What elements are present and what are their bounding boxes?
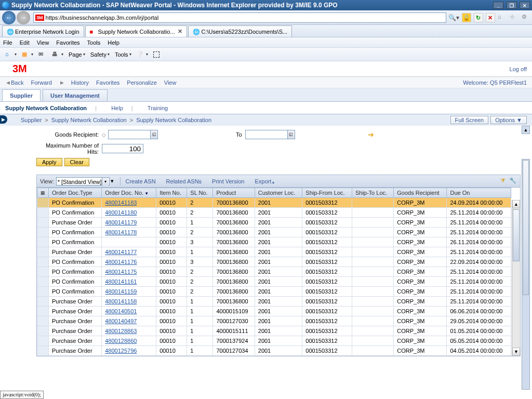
cell-order-doc-no[interactable]: 4800141161	[102, 277, 156, 287]
nav-favorites[interactable]: Favorites	[96, 79, 119, 86]
apply-button[interactable]: Apply	[36, 158, 62, 166]
cell-order-doc-no[interactable]: 4800128863	[102, 326, 156, 336]
clear-button[interactable]: Clear	[64, 158, 89, 166]
submenu-title[interactable]: Supply Network Collaboration	[5, 105, 87, 111]
cell-order-doc-no[interactable]: 4800141180	[102, 208, 156, 218]
table-row[interactable]: Purchase Order48001257960001017000127034…	[37, 346, 511, 356]
col-sl-no[interactable]: SL No.	[187, 188, 213, 198]
cell-order-doc-no[interactable]: 4800141158	[102, 297, 156, 307]
doc-link[interactable]: 4800141159	[105, 288, 137, 295]
cmd-print-icon[interactable]: 🖶	[50, 50, 65, 59]
doc-link[interactable]: 4800141175	[105, 269, 137, 275]
col-order-doc-type[interactable]: Order Doc.Type	[49, 188, 102, 198]
submenu-help[interactable]: Help	[111, 105, 123, 111]
menu-view[interactable]: View	[37, 39, 49, 46]
table-row[interactable]: PO Confirmation4800141159000102700013680…	[37, 287, 511, 297]
browser-tab-0[interactable]: 🌐Enterprise Network Login	[2, 25, 84, 37]
row-selector[interactable]	[37, 336, 49, 346]
nav-back-arrow-icon[interactable]: ◀	[6, 80, 10, 85]
row-selector[interactable]	[37, 307, 49, 316]
doc-link[interactable]: 4800141178	[105, 229, 137, 235]
table-row[interactable]: Purchase Order48001404970001017000127030…	[37, 316, 511, 326]
cmd-select-icon[interactable]	[151, 50, 163, 59]
table-row[interactable]: Purchase Order48001288600001017000137924…	[37, 336, 511, 346]
row-selector[interactable]	[37, 346, 49, 356]
col-customer-loc[interactable]: Customer Loc.	[255, 188, 302, 198]
cmd-feeds-icon[interactable]: ▦	[20, 50, 35, 59]
table-row[interactable]: PO Confirmation4800141176000103700013680…	[37, 257, 511, 267]
filter-icon[interactable]: ⧩	[498, 177, 507, 185]
nav-history[interactable]: History	[71, 79, 89, 86]
back-button[interactable]: ←	[2, 11, 16, 24]
table-row[interactable]: PO Confirmation4800141183000102700013680…	[37, 198, 511, 208]
table-row[interactable]: PO Confirmation4800141178000102700013680…	[37, 228, 511, 237]
print-version-button[interactable]: Print Version	[210, 177, 246, 185]
cell-order-doc-no[interactable]: 4800141177	[102, 247, 156, 257]
url-input[interactable]	[46, 14, 446, 22]
nav-personalize[interactable]: Personalize	[127, 79, 156, 86]
create-asn-button[interactable]: Create ASN	[120, 177, 158, 185]
doc-link[interactable]: 4800141179	[105, 219, 137, 225]
nav-forward[interactable]: Forward	[31, 79, 51, 86]
cell-order-doc-no[interactable]	[102, 237, 156, 247]
cmd-home-icon[interactable]: ⌂	[3, 50, 19, 59]
nav-fwd-arrow-icon[interactable]: ▶	[60, 80, 64, 85]
cell-order-doc-no[interactable]: 4800140497	[102, 316, 156, 326]
scroll-up-icon[interactable]: ▲	[522, 126, 530, 134]
col-item-no[interactable]: Item No.	[156, 188, 187, 198]
col-product[interactable]: Product	[213, 188, 255, 198]
menu-edit[interactable]: Edit	[20, 39, 30, 46]
doc-link[interactable]: 4800141161	[105, 278, 137, 285]
menu-help[interactable]: Help	[108, 39, 119, 46]
row-selector[interactable]	[37, 277, 49, 287]
row-selector[interactable]	[37, 326, 49, 336]
scrollbar-thumb[interactable]	[523, 160, 529, 295]
max-hits-input[interactable]	[102, 144, 143, 153]
menu-tools[interactable]: Tools	[87, 39, 101, 46]
row-selector[interactable]	[37, 228, 49, 237]
settings-gear-icon[interactable]: ⚙	[522, 14, 530, 22]
fullscreen-button[interactable]: Full Screen	[450, 116, 489, 124]
submenu-training[interactable]: Training	[148, 105, 168, 111]
row-selector[interactable]	[37, 218, 49, 228]
goods-recipient-to-input[interactable]: ◱	[245, 130, 295, 139]
doc-link[interactable]: 4800140501	[105, 308, 137, 314]
col-ship-to-loc[interactable]: Ship-To Loc.	[352, 188, 393, 198]
favorites-star-icon[interactable]: ☆	[510, 14, 518, 22]
table-row[interactable]: PO Confirmation0001037000136800200100015…	[37, 237, 511, 247]
browser-tab-1[interactable]: ■Supply Network Collaboratio...✕	[85, 25, 188, 37]
table-row[interactable]: Purchase Order48001411790001017000136800…	[37, 218, 511, 228]
breadcrumb-0[interactable]: Supplier	[21, 117, 42, 123]
home-icon[interactable]: ⌂	[498, 14, 506, 22]
cell-order-doc-no[interactable]: 4800141178	[102, 228, 156, 237]
multiple-selection-icon[interactable]: ➔	[368, 130, 374, 139]
table-row[interactable]: Purchase Order48001405010001014000015109…	[37, 307, 511, 316]
row-selector[interactable]	[37, 257, 49, 267]
table-row[interactable]: Purchase Order48001288630001014000015111…	[37, 326, 511, 336]
tab-supplier[interactable]: Supplier	[2, 89, 41, 101]
settings-icon[interactable]: 🔧	[509, 177, 517, 185]
options-button[interactable]: Options ▼	[490, 116, 527, 124]
table-row[interactable]: PO Confirmation4800141161000102700013680…	[37, 277, 511, 287]
nav-back[interactable]: Back	[11, 79, 23, 86]
doc-link[interactable]: 4800141183	[105, 200, 137, 206]
table-row[interactable]: Purchase Order48001411770001017000136800…	[37, 247, 511, 257]
view-selector[interactable]: * [Standard View]	[56, 177, 110, 185]
col-goods-recipient[interactable]: Goods Recipient	[394, 188, 447, 198]
search-icon[interactable]: 🔍▾	[448, 14, 459, 21]
doc-link[interactable]: 4800128860	[105, 338, 137, 344]
row-selector[interactable]	[37, 198, 49, 208]
col-due-on[interactable]: Due On	[447, 188, 511, 198]
expand-panel-icon[interactable]: ▶	[0, 115, 7, 124]
cell-order-doc-no[interactable]: 4800141183	[102, 198, 156, 208]
close-button[interactable]: ✕	[520, 2, 530, 9]
stop-icon[interactable]: ✕	[486, 13, 495, 22]
doc-link[interactable]: 4800141177	[105, 249, 137, 255]
cell-order-doc-no[interactable]: 4800141175	[102, 267, 156, 277]
row-selector[interactable]	[37, 247, 49, 257]
doc-link[interactable]: 4800140497	[105, 318, 137, 324]
page-scrollbar[interactable]	[522, 159, 530, 390]
cell-order-doc-no[interactable]: 4800125796	[102, 346, 156, 356]
row-selector[interactable]	[37, 287, 49, 297]
refresh-icon[interactable]: ↻	[474, 13, 483, 22]
